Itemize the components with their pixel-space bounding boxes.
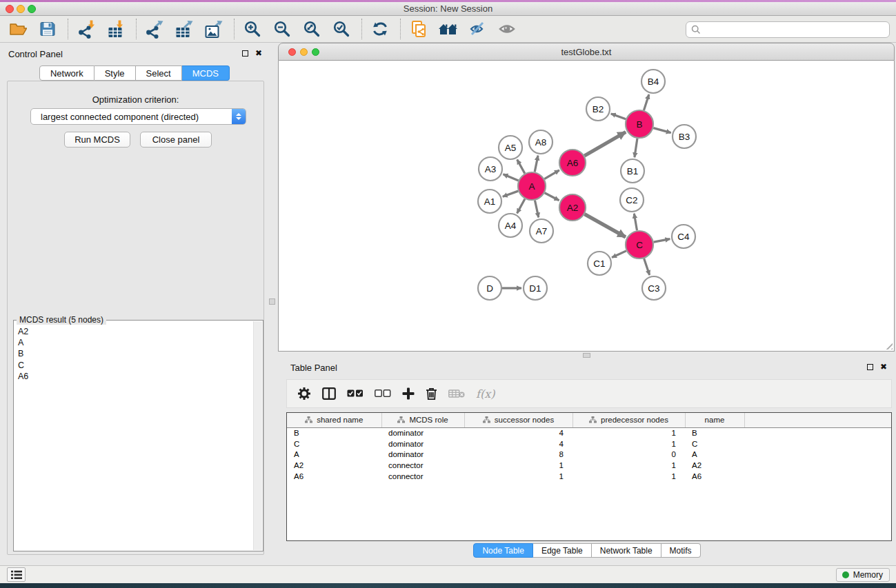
table-cell[interactable]: A	[685, 449, 744, 460]
table-cell[interactable]: 1	[573, 471, 685, 482]
mcds-result-list[interactable]: A2ABCA6	[14, 326, 253, 550]
network-minimize-button[interactable]	[300, 48, 308, 56]
show-all-button[interactable]	[497, 19, 519, 39]
zoom-fit-button[interactable]	[301, 19, 323, 39]
column-header[interactable]: successor nodes	[464, 413, 573, 427]
network-graph[interactable]: AA1A2A3A4A5A6A7A8BB1B2B3B4CC1C2C3C4DD1	[279, 61, 894, 351]
result-item[interactable]: A	[14, 337, 253, 348]
export-image-button[interactable]	[203, 19, 225, 39]
network-window-titlebar[interactable]: testGlobe.txt	[278, 43, 895, 61]
node-B4[interactable]: B4	[641, 70, 665, 93]
node-A5[interactable]: A5	[499, 136, 522, 159]
edge-B-B1[interactable]	[635, 139, 637, 157]
export-network-button[interactable]	[143, 19, 166, 39]
edge-A-A7[interactable]	[535, 201, 538, 218]
node-C4[interactable]: C4	[672, 225, 695, 248]
edge-B-B3[interactable]	[653, 128, 670, 133]
table-cell[interactable]: A6	[287, 471, 381, 482]
import-network-button[interactable]	[75, 19, 97, 39]
tab-network-table[interactable]: Network Table	[592, 543, 661, 558]
column-header[interactable]: shared name	[287, 413, 381, 427]
clone-network-button[interactable]	[408, 19, 430, 39]
table-cell[interactable]: connector	[381, 460, 464, 471]
show-columns-button[interactable]	[322, 387, 336, 400]
table-cell[interactable]: B	[287, 427, 381, 438]
node-A7[interactable]: A7	[530, 219, 553, 243]
zoom-out-button[interactable]	[271, 19, 293, 39]
table-cell[interactable]: A2	[685, 460, 744, 471]
edge-C-C3[interactable]	[644, 258, 650, 275]
table-cell[interactable]: 1	[573, 438, 685, 449]
save-session-button[interactable]	[37, 19, 59, 39]
tab-mcds[interactable]: MCDS	[182, 65, 230, 81]
node-A6[interactable]: A6	[559, 150, 586, 176]
column-header[interactable]: predecessor nodes	[573, 413, 685, 427]
float-table-panel-icon[interactable]	[867, 364, 873, 370]
edge-A6-B[interactable]	[584, 132, 626, 156]
table-cell[interactable]: A	[287, 449, 381, 460]
result-scrollbar[interactable]	[253, 321, 262, 550]
edge-C-C1[interactable]	[612, 251, 626, 258]
table-cell[interactable]: dominator	[381, 427, 464, 438]
node-C1[interactable]: C1	[588, 252, 611, 275]
tab-motifs[interactable]: Motifs	[661, 543, 701, 558]
table-row[interactable]: Cdominator41C	[287, 438, 891, 449]
edge-A-A8[interactable]	[535, 156, 538, 172]
tab-node-table[interactable]: Node Table	[473, 543, 533, 558]
edge-B-B2[interactable]	[611, 114, 626, 119]
result-item[interactable]: B	[14, 348, 253, 359]
refresh-view-button[interactable]	[369, 19, 391, 39]
network-zoom-button[interactable]	[312, 48, 319, 56]
result-item[interactable]: C	[14, 360, 253, 371]
node-D[interactable]: D	[478, 276, 501, 300]
tab-edge-table[interactable]: Edge Table	[533, 543, 592, 558]
zoom-window-button[interactable]	[28, 5, 36, 13]
edge-A-A1[interactable]	[503, 191, 518, 196]
node-B2[interactable]: B2	[586, 97, 610, 121]
memory-button[interactable]: Memory	[836, 568, 890, 582]
table-cell[interactable]: A6	[685, 471, 744, 482]
table-cell[interactable]: 1	[573, 460, 685, 471]
table-row[interactable]: A6connector11A6	[287, 471, 891, 482]
table-cell[interactable]: B	[685, 427, 744, 438]
node-A3[interactable]: A3	[479, 157, 502, 181]
table-cell[interactable]: 1	[464, 471, 573, 482]
node-table[interactable]: shared nameMCDS rolesuccessor nodesprede…	[286, 412, 892, 541]
table-cell[interactable]: 1	[464, 460, 573, 471]
search-input[interactable]	[704, 23, 889, 36]
table-cell[interactable]: connector	[381, 471, 464, 482]
table-cell[interactable]: 4	[464, 438, 573, 449]
edge-A-A2[interactable]	[545, 193, 559, 201]
table-cell[interactable]: A2	[287, 460, 381, 471]
close-table-panel-icon[interactable]: ✖	[880, 363, 887, 370]
tab-network[interactable]: Network	[39, 65, 94, 81]
result-item[interactable]: A6	[14, 371, 253, 382]
node-A2[interactable]: A2	[559, 194, 586, 221]
horizontal-splitter-handle[interactable]	[583, 353, 590, 358]
table-row[interactable]: A2connector11A2	[287, 460, 891, 471]
table-cell[interactable]: 8	[464, 449, 573, 460]
table-cell[interactable]: C	[287, 438, 381, 449]
node-B3[interactable]: B3	[673, 125, 696, 148]
column-header[interactable]: name	[685, 413, 744, 427]
edge-C-C2[interactable]	[634, 214, 637, 231]
select-all-columns-button[interactable]	[347, 389, 364, 398]
node-A1[interactable]: A1	[478, 190, 501, 213]
table-cell[interactable]: 4	[464, 427, 573, 438]
delete-column-button[interactable]	[426, 387, 437, 401]
node-A4[interactable]: A4	[499, 214, 522, 237]
hide-selected-button[interactable]	[467, 19, 489, 39]
table-row[interactable]: Bdominator41B	[287, 427, 891, 438]
edge-A-A3[interactable]	[503, 174, 518, 181]
table-cell[interactable]: C	[685, 438, 744, 449]
table-cell[interactable]: 0	[573, 449, 685, 460]
tab-select[interactable]: Select	[136, 65, 182, 81]
task-history-button[interactable]	[7, 567, 26, 582]
node-A8[interactable]: A8	[529, 130, 552, 154]
run-mcds-button[interactable]: Run MCDS	[64, 132, 130, 148]
add-column-button[interactable]	[402, 387, 415, 400]
float-panel-icon[interactable]	[242, 50, 248, 57]
table-row[interactable]: Adominator80A	[287, 449, 891, 460]
export-table-button[interactable]	[173, 19, 195, 39]
close-panel-button[interactable]: Close panel	[140, 132, 212, 148]
